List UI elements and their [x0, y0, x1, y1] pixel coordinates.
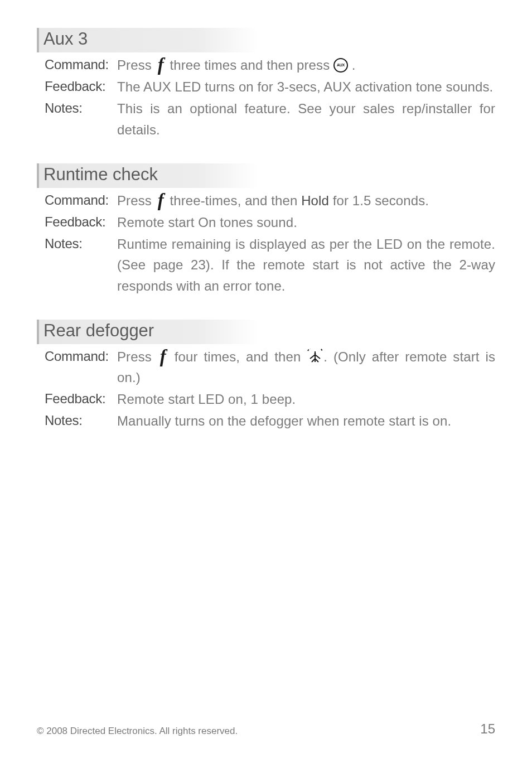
label-command: Command: — [45, 190, 117, 208]
f-function-icon: f — [156, 193, 166, 207]
value-command: Press f three times and then press . — [117, 55, 495, 75]
value-feedback: Remote start On tones sound. — [117, 212, 495, 233]
label-text: Notes — [45, 413, 79, 428]
label-command: Command: — [45, 346, 117, 364]
page-number: 15 — [480, 721, 495, 737]
row-notes: Notes: Manually turns on the defogger wh… — [45, 411, 495, 431]
text-part: Press — [117, 57, 156, 73]
row-command: Command: Press f four times, and then . … — [45, 346, 495, 388]
text-part: four times, and then — [175, 349, 307, 364]
value-feedback: Remote start LED on, 1 beep. — [117, 389, 495, 409]
label-notes: Notes: — [45, 234, 117, 252]
section-heading-defogger: Rear defogger — [37, 320, 495, 344]
row-feedback: Feedback: Remote start LED on, 1 beep. — [45, 389, 495, 409]
label-text: Command — [45, 192, 105, 207]
text-part: three times and then press — [170, 57, 334, 73]
f-function-icon: f — [158, 349, 168, 364]
text-part: . — [352, 57, 356, 73]
content-defogger: Command: Press f four times, and then . … — [37, 346, 495, 432]
label-text: Feedback — [45, 391, 102, 406]
label-text: Feedback — [45, 214, 102, 229]
value-notes: Runtime remaining is displayed as per th… — [117, 234, 495, 296]
row-feedback: Feedback: The AUX LED turns on for 3-sec… — [45, 76, 495, 97]
label-feedback: Feedback: — [45, 212, 117, 230]
value-command: Press f three-times, and then Hold for 1… — [117, 190, 495, 211]
label-feedback: Feedback: — [45, 389, 117, 407]
value-notes: Manually turns on the defogger when remo… — [117, 411, 495, 431]
label-text: Command — [45, 57, 105, 72]
label-notes: Notes: — [45, 411, 117, 428]
text-part: Press — [117, 349, 158, 364]
label-feedback: Feedback: — [45, 76, 117, 94]
label-text: Feedback — [45, 79, 102, 94]
row-command: Command: Press f three-times, and then H… — [45, 190, 495, 211]
row-command: Command: Press f three times and then pr… — [45, 55, 495, 75]
row-notes: Notes: This is an optional feature. See … — [45, 98, 495, 139]
content-runtime: Command: Press f three-times, and then H… — [37, 190, 495, 296]
content-aux3: Command: Press f three times and then pr… — [37, 55, 495, 140]
f-function-icon: f — [156, 57, 166, 72]
value-feedback: The AUX LED turns on for 3-secs, AUX act… — [117, 76, 495, 97]
aux-button-icon — [333, 58, 348, 73]
row-feedback: Feedback: Remote start On tones sound. — [45, 212, 495, 233]
defogger-icon — [307, 348, 323, 363]
text-part: Press — [117, 193, 156, 208]
label-text: Command — [45, 349, 105, 364]
label-text: Notes — [45, 236, 79, 251]
value-notes: This is an optional feature. See your sa… — [117, 98, 495, 139]
bold-text: Hold — [301, 193, 329, 208]
label-notes: Notes: — [45, 98, 117, 116]
section-heading-aux3: Aux 3 — [37, 28, 495, 52]
section-heading-runtime: Runtime check — [37, 163, 495, 188]
row-notes: Notes: Runtime remaining is displayed as… — [45, 234, 495, 296]
label-command: Command: — [45, 55, 117, 73]
value-command: Press f four times, and then . (Only aft… — [117, 346, 495, 388]
footer: © 2008 Directed Electronics. All rights … — [37, 721, 495, 737]
text-part: three-times, and then — [170, 193, 302, 208]
label-text: Notes — [45, 100, 79, 115]
copyright-text: © 2008 Directed Electronics. All rights … — [37, 726, 238, 737]
text-part: for 1.5 seconds. — [333, 193, 429, 208]
